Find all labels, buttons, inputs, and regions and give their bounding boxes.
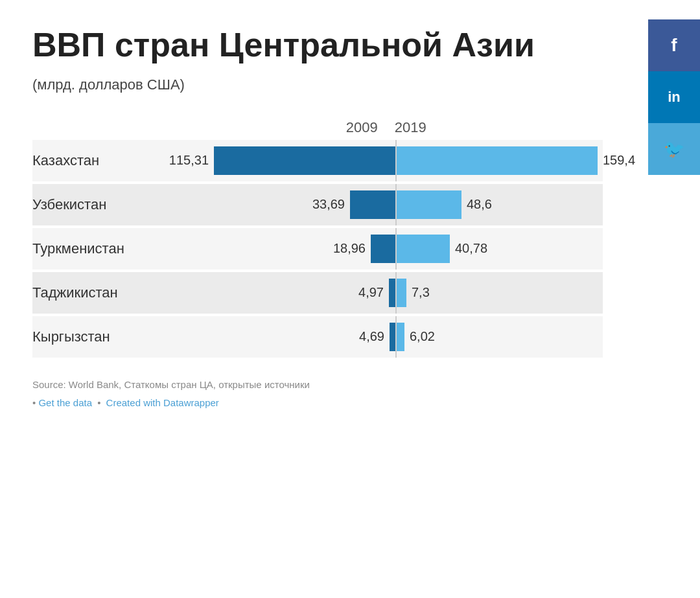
source-text: Source: World Bank, Статкомы стран ЦА, о… [32,377,603,393]
facebook-icon: f [671,35,677,56]
value-2009: 115,31 [169,153,209,168]
table-row: Кыргызстан 4,69 6,02 [32,316,603,358]
bar-2019-section: 7,3 [397,272,624,314]
bar-2009 [371,235,395,263]
chart-rows: Казахстан 115,31 159,4 Узбекистан 33,69 [32,140,603,358]
bar-2009 [390,323,395,351]
country-label: Кыргызстан [32,316,188,358]
table-row: Таджикистан 4,97 7,3 [32,272,603,314]
chart-column-headers: 2009 2019 [32,119,603,136]
value-2019: 159,4 [603,153,635,168]
footer-links: • Get the data • Created with Datawrappe… [32,395,603,411]
facebook-button[interactable]: f [648,19,700,71]
bar-2019-section: 159,4 [397,140,624,181]
bar-2009-section: 115,31 [188,140,395,181]
table-row: Узбекистан 33,69 48,6 [32,184,603,225]
bars-section: 4,69 6,02 [188,316,624,358]
get-data-link[interactable]: Get the data [38,397,92,408]
linkedin-button[interactable]: in [648,71,700,123]
value-2019: 40,78 [455,241,487,256]
link1-bullet: • [32,397,36,408]
social-buttons: f in 🐦 [648,19,700,175]
linkedin-icon: in [668,89,681,106]
header-2009: 2009 [188,119,386,136]
country-label: Туркменистан [32,228,188,270]
value-2009: 4,97 [358,285,384,300]
bars-section: 115,31 159,4 [188,140,624,181]
bar-2019 [397,235,450,263]
bars-section: 33,69 48,6 [188,184,624,225]
bars-section: 18,96 40,78 [188,228,624,270]
table-row: Казахстан 115,31 159,4 [32,140,603,181]
bar-2019 [397,190,461,219]
bar-2009 [350,190,395,219]
bar-2019-section: 48,6 [397,184,624,225]
bar-2019 [397,279,406,307]
bar-2009-section: 33,69 [188,184,395,225]
table-row: Туркменистан 18,96 40,78 [32,228,603,270]
bar-2009 [214,146,395,175]
bar-2009-section: 4,97 [188,272,395,314]
bar-2009-section: 18,96 [188,228,395,270]
bar-2019-section: 40,78 [397,228,624,270]
header-2019: 2019 [387,119,603,136]
subtitle: (млрд. долларов США) [32,76,603,93]
chart-container: 2009 2019 Казахстан 115,31 159,4 Узбекис… [32,119,603,358]
separator: • [97,397,100,408]
footer: Source: World Bank, Статкомы стран ЦА, о… [32,377,603,411]
bar-2019 [397,146,598,175]
datawrapper-link[interactable]: Created with Datawrapper [106,397,219,408]
value-2009: 33,69 [312,197,345,212]
bar-2019-section: 6,02 [397,316,624,358]
value-2019: 48,6 [467,197,492,212]
country-label: Таджикистан [32,272,188,314]
main-container: ВВП стран Центральной Азии (млрд. доллар… [0,0,635,430]
page-title: ВВП стран Центральной Азии [32,26,603,65]
bar-2009 [389,279,395,307]
bar-2019 [397,323,404,351]
value-2009: 18,96 [333,241,366,256]
twitter-button[interactable]: 🐦 [648,123,700,175]
value-2019: 6,02 [410,329,435,344]
value-2009: 4,69 [359,329,384,344]
twitter-icon: 🐦 [664,139,684,159]
country-label: Казахстан [32,140,188,181]
value-2019: 7,3 [412,285,430,300]
bars-section: 4,97 7,3 [188,272,624,314]
country-label: Узбекистан [32,184,188,225]
bar-2009-section: 4,69 [188,316,395,358]
